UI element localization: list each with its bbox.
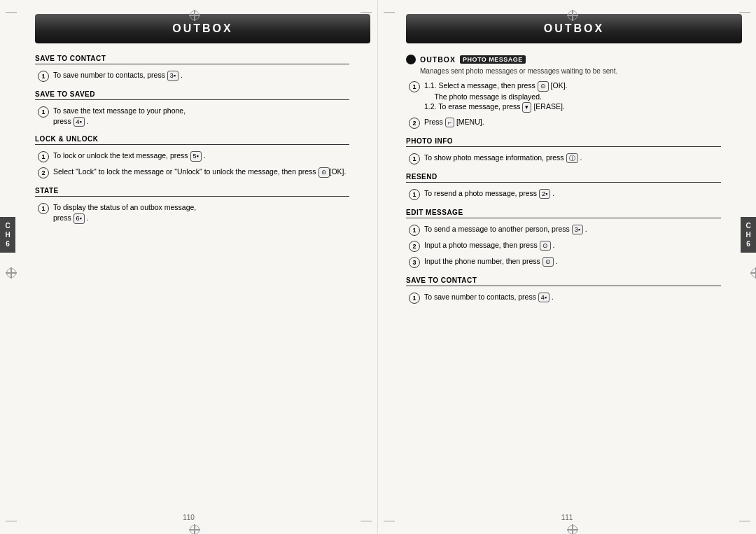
step-text: 1.1. Select a message, then press ⊙ [OK]… <box>424 80 721 113</box>
step-number: 1 <box>38 151 49 162</box>
corner-mark-br: — <box>358 514 372 528</box>
step-item: 1 To resend a photo message, press 2▪ . <box>406 188 721 200</box>
step-item: 1 To show photo message information, pre… <box>406 153 721 164</box>
step-text: To send a message to another person, pre… <box>424 224 721 235</box>
ch-badge-right: C H 6 <box>741 217 756 253</box>
crosshair-bottom <box>189 524 200 534</box>
key-btn: ⌐ <box>445 118 454 128</box>
step-item: 2 Input a photo message, then press ⊙ . <box>406 240 721 252</box>
left-page-header: OUTBOX <box>35 14 370 43</box>
step-text: Input the phone number, then press ⊙ . <box>424 256 721 267</box>
key-btn: ⊙ <box>538 81 549 92</box>
step-number: 1 <box>38 71 49 82</box>
outbox-desc: Manages sent photo messages or messages … <box>406 67 721 75</box>
step-number: 1 <box>409 293 420 304</box>
section-resend: Resend <box>406 173 721 183</box>
corner-mark-bl-r: — <box>384 514 398 528</box>
page-number-left: 110 <box>183 514 195 521</box>
section-state: State <box>35 187 349 197</box>
step-text: Input a photo message, then press ⊙ . <box>424 240 721 251</box>
step-item: 3 Input the phone number, then press ⊙ . <box>406 256 721 268</box>
key-btn: 5▪ <box>190 151 202 162</box>
right-page: — — — — C H 6 OUTBOX OUTBOX PHOTO MESSAG… <box>378 0 756 534</box>
crosshair-mid-right <box>750 267 756 279</box>
step-number: 1 <box>409 81 420 92</box>
step-text: To save the text message to your phone,p… <box>53 106 349 127</box>
key-btn: ⊙ <box>542 257 554 267</box>
crosshair-top-r <box>567 10 578 21</box>
section-lock-unlock: Lock & Unlock <box>35 135 349 145</box>
step-number: 2 <box>409 241 420 252</box>
key-btn: 3▪ <box>167 71 178 81</box>
step-item: 1 To send a message to another person, p… <box>406 224 721 236</box>
step-item: 1 To save the text message to your phone… <box>35 106 349 127</box>
key-btn: 3▪ <box>572 225 583 235</box>
step-item: 2 Press ⌐ [MENU]. <box>406 117 721 129</box>
step-item: 1 To lock or unlock the text message, pr… <box>35 150 349 162</box>
corner-mark-tl-r: — <box>384 6 398 20</box>
step-text: To save number to contacts, press 3▪ . <box>53 70 349 81</box>
step-item: 2 Select "Lock" to lock the message or "… <box>35 167 349 178</box>
ch-badge-left: C H 6 <box>0 217 15 253</box>
page-number-right: 111 <box>561 514 573 521</box>
step-text: To show photo message information, press… <box>424 153 721 164</box>
section-save-to-contact-right: Save to Contact <box>406 276 721 286</box>
key-btn: ▾ <box>522 102 531 113</box>
key-btn: ⊙ <box>540 241 551 251</box>
section-edit-message: Edit Message <box>406 209 721 218</box>
key-btn: ⓘ <box>566 153 578 164</box>
key-btn: 4▪ <box>538 293 550 303</box>
step-text: Select "Lock" to lock the message or "Un… <box>53 167 349 178</box>
step-text: To display the status of an outbox messa… <box>53 202 349 223</box>
outbox-photo-header: OUTBOX PHOTO MESSAGE <box>406 55 721 64</box>
outbox-sub-label: PHOTO MESSAGE <box>460 55 526 64</box>
outbox-bullet-icon <box>406 55 416 64</box>
step-number: 1 <box>409 153 420 164</box>
step-number: 3 <box>409 257 420 268</box>
step-number: 2 <box>38 167 49 178</box>
step-text: Press ⌐ [MENU]. <box>424 117 721 128</box>
corner-mark-tl: — <box>6 6 20 20</box>
corner-mark-tr-r: — <box>736 6 750 20</box>
corner-mark-tr: — <box>358 6 372 20</box>
left-title: OUTBOX <box>172 22 232 34</box>
step-text: To save number to contacts, press 4▪ . <box>424 292 721 303</box>
crosshair-top <box>189 10 200 21</box>
step-number: 1 <box>38 106 49 118</box>
key-btn: 2▪ <box>539 189 550 199</box>
step-number: 1 <box>409 189 420 200</box>
step-text: To resend a photo message, press 2▪ . <box>424 188 721 199</box>
step-text: To lock or unlock the text message, pres… <box>53 150 349 162</box>
step-item: 1 To save number to contacts, press 4▪ . <box>406 292 721 304</box>
step-number: 1 <box>409 225 420 236</box>
step-item: 1 To display the status of an outbox mes… <box>35 202 349 223</box>
section-photo-info: Photo Info <box>406 137 721 147</box>
crosshair-mid-left <box>6 267 17 279</box>
step-item: 1 1.1. Select a message, then press ⊙ [O… <box>406 80 721 113</box>
step-number: 1 <box>38 203 49 214</box>
key-btn: 4▪ <box>74 117 85 127</box>
corner-mark-br-r: — <box>736 514 750 528</box>
crosshair-bottom-r <box>567 524 578 534</box>
step-number: 2 <box>409 118 420 129</box>
corner-mark-bl: — <box>6 514 20 528</box>
section-save-to-saved: Save to Saved <box>35 90 349 100</box>
key-btn: ⊙ <box>318 167 330 178</box>
key-btn: 6▪ <box>74 213 85 224</box>
left-page: — — — — C H 6 OUTBOX Save to Contact 1 T… <box>0 0 378 534</box>
step-item: 1 To save number to contacts, press 3▪ . <box>35 70 349 82</box>
right-title: OUTBOX <box>544 22 604 34</box>
section-save-to-contact-left: Save to Contact <box>35 55 349 64</box>
outbox-label: OUTBOX <box>420 55 456 64</box>
